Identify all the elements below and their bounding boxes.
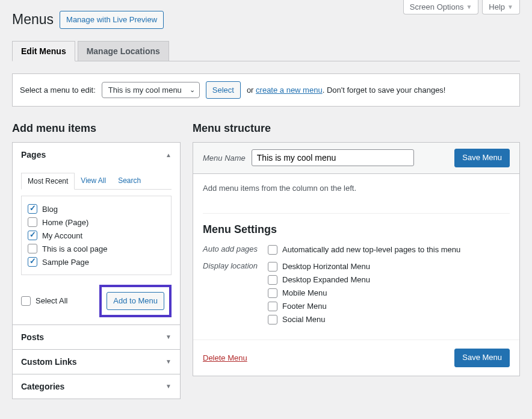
subtab-search[interactable]: Search: [112, 173, 147, 189]
auto-add-checkbox[interactable]: [268, 245, 277, 255]
menu-name-input[interactable]: [252, 149, 414, 166]
location-label: Footer Menu: [282, 302, 327, 311]
save-menu-button-bottom[interactable]: Save Menu: [454, 349, 510, 367]
location-label: Desktop Horizontal Menu: [282, 262, 370, 271]
triangle-down-icon: ▼: [165, 358, 172, 365]
save-menu-button[interactable]: Save Menu: [454, 149, 510, 167]
tab-edit-menus[interactable]: Edit Menus: [12, 41, 75, 61]
custom-links-accordion-toggle[interactable]: Custom Links ▼: [13, 350, 180, 374]
highlight-annotation: Add to Menu: [99, 285, 172, 317]
select-button[interactable]: Select: [206, 81, 241, 99]
add-items-heading: Add menu items: [12, 122, 181, 135]
location-checkbox[interactable]: [268, 288, 277, 298]
pages-accordion-toggle[interactable]: Pages ▲: [13, 143, 180, 167]
menu-name-label: Menu Name: [203, 154, 246, 163]
location-option[interactable]: Desktop Horizontal Menu: [268, 260, 510, 273]
page-checkbox[interactable]: [28, 217, 37, 227]
categories-accordion-toggle[interactable]: Categories ▼: [13, 374, 180, 399]
page-label: Home (Page): [42, 218, 88, 227]
menu-select[interactable]: This is my cool menu: [102, 82, 200, 98]
location-option[interactable]: Desktop Expanded Menu: [268, 273, 510, 287]
select-menu-label: Select a menu to edit:: [20, 85, 96, 95]
location-checkbox[interactable]: [268, 302, 277, 311]
location-option[interactable]: Social Menu: [268, 313, 510, 326]
page-item[interactable]: Blog: [28, 202, 165, 216]
select-all-label: Select All: [36, 296, 67, 305]
menu-select-notice: Select a menu to edit: This is my cool m…: [12, 73, 520, 107]
location-checkbox[interactable]: [268, 315, 277, 324]
location-label: Social Menu: [282, 315, 326, 324]
triangle-up-icon: ▲: [165, 152, 172, 158]
or-text: or: [247, 85, 254, 95]
page-checkbox[interactable]: [28, 231, 37, 240]
menu-structure-heading: Menu structure: [193, 122, 520, 135]
page-item[interactable]: Home (Page): [28, 216, 165, 229]
subtab-most-recent[interactable]: Most Recent: [21, 173, 75, 190]
create-new-menu-link[interactable]: create a new menu: [256, 85, 323, 95]
delete-menu-link[interactable]: Delete Menu: [203, 353, 247, 362]
pages-title: Pages: [21, 150, 46, 160]
pages-checklist: Blog Home (Page) My Account This is: [21, 196, 172, 275]
page-checkbox[interactable]: [28, 257, 37, 267]
location-option[interactable]: Mobile Menu: [268, 287, 510, 300]
page-label: My Account: [42, 231, 82, 240]
caret-down-icon: ▼: [507, 4, 513, 10]
empty-menu-hint: Add menu items from the column on the le…: [203, 184, 510, 193]
categories-title: Categories: [21, 382, 64, 391]
auto-add-label: Auto add pages: [203, 243, 258, 256]
select-all-checkbox[interactable]: [21, 296, 31, 306]
notice-suffix: . Don't forget to save your changes!: [323, 85, 446, 95]
triangle-down-icon: ▼: [165, 334, 172, 340]
subtab-view-all[interactable]: View All: [75, 173, 112, 189]
location-label: Mobile Menu: [282, 288, 327, 297]
help-label: Help: [489, 2, 505, 11]
screen-options-button[interactable]: Screen Options ▼: [403, 0, 479, 14]
live-preview-button[interactable]: Manage with Live Preview: [60, 11, 164, 29]
location-label: Desktop Expanded Menu: [282, 275, 370, 284]
screen-options-label: Screen Options: [410, 2, 464, 11]
caret-down-icon: ▼: [466, 4, 472, 10]
location-checkbox[interactable]: [268, 275, 277, 285]
nav-tabs: Edit Menus Manage Locations: [12, 41, 520, 61]
location-option[interactable]: Footer Menu: [268, 300, 510, 313]
page-label: Blog: [42, 205, 58, 214]
help-button[interactable]: Help ▼: [482, 0, 520, 14]
tab-manage-locations[interactable]: Manage Locations: [78, 41, 169, 61]
triangle-down-icon: ▼: [165, 383, 172, 390]
page-item[interactable]: Sample Page: [28, 255, 165, 268]
custom-links-title: Custom Links: [21, 357, 77, 367]
select-all-toggle[interactable]: Select All: [21, 294, 67, 308]
posts-title: Posts: [21, 332, 44, 342]
page-title: Menus: [12, 11, 54, 28]
page-checkbox[interactable]: [28, 204, 37, 214]
add-to-menu-button[interactable]: Add to Menu: [107, 292, 164, 310]
auto-add-text: Automatically add new top-level pages to…: [282, 245, 460, 254]
location-checkbox[interactable]: [268, 262, 277, 272]
page-item[interactable]: This is a cool page: [28, 242, 165, 255]
page-checkbox[interactable]: [28, 244, 37, 253]
page-item[interactable]: My Account: [28, 229, 165, 242]
page-label: This is a cool page: [42, 244, 107, 253]
posts-accordion-toggle[interactable]: Posts ▼: [13, 325, 180, 349]
auto-add-toggle[interactable]: Automatically add new top-level pages to…: [268, 243, 510, 256]
display-location-label: Display location: [203, 260, 258, 326]
page-label: Sample Page: [42, 258, 89, 267]
menu-settings-heading: Menu Settings: [203, 223, 510, 236]
